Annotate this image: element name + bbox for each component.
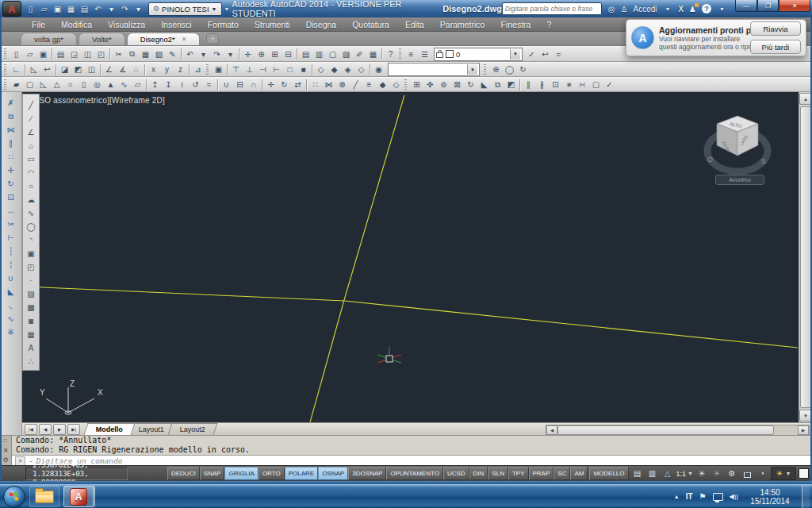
revolve-icon[interactable]: ↺ [189, 79, 202, 91]
toolbar-grip[interactable] [206, 64, 209, 75]
separate-icon[interactable]: ∺ [576, 79, 589, 91]
3d-rotate-icon[interactable]: ↻ [278, 79, 291, 91]
offset-icon[interactable]: ∥ [4, 137, 18, 150]
view-se-iso-icon[interactable]: ◆ [327, 64, 341, 76]
vertical-scroll-thumb[interactable] [800, 106, 811, 408]
layer-previous-icon[interactable]: ↩ [538, 48, 552, 60]
command-input[interactable]: > - Digitare un comando [12, 455, 812, 466]
spline-icon[interactable]: ∿ [24, 206, 38, 220]
layout-nav-icon[interactable]: ◀ [39, 424, 52, 435]
named-views-icon[interactable]: ▣ [212, 64, 225, 76]
menu-formato[interactable]: Formato [200, 20, 247, 29]
menu-edita[interactable]: Edita [397, 20, 432, 29]
cut-icon[interactable]: ✂ [112, 48, 125, 60]
save-as-icon[interactable]: ▦ [64, 2, 78, 15]
open-icon[interactable]: ▱ [23, 48, 36, 60]
close-button[interactable]: ✕ [779, 0, 810, 12]
convert-to-surface-icon[interactable]: ◇ [389, 79, 403, 91]
redo-drop-icon[interactable]: ▾ [132, 2, 145, 15]
help-caret-icon[interactable]: ▼ [719, 6, 725, 12]
document-tab[interactable]: Disegno2*✕ [127, 33, 201, 45]
chamfer-icon[interactable]: ◣ [4, 285, 18, 298]
annotation-scale-value[interactable]: 1:1▼ [676, 470, 693, 478]
union-icon[interactable]: ∪ [220, 79, 233, 91]
signin-caret-icon[interactable]: ▼ [665, 6, 670, 12]
workspace-switch-gear-icon[interactable]: ⚙ [726, 469, 738, 478]
region-icon[interactable]: ◙ [24, 314, 38, 328]
ucs-icon[interactable]: ∟ [10, 64, 23, 76]
infocenter-search[interactable] [502, 2, 602, 15]
publish-icon[interactable]: ◫ [81, 48, 94, 60]
redo-icon[interactable]: ↷ [118, 2, 132, 15]
zoom-window-icon[interactable]: ⊞ [268, 48, 282, 60]
layer-make-current-icon[interactable]: ✓ [525, 48, 538, 60]
qat-overflow-caret-icon[interactable]: ▼ [224, 6, 230, 12]
menu-quotatura[interactable]: Quotatura [344, 20, 397, 29]
circle-icon[interactable]: ○ [24, 179, 38, 193]
ucs-3point-icon[interactable]: ∴ [129, 64, 143, 76]
toggle-ucsd[interactable]: UCSD [443, 467, 469, 480]
undo-drop-icon[interactable]: ▾ [197, 48, 210, 60]
erase-icon[interactable]: ✗ [4, 96, 18, 110]
taskbar-clock[interactable]: 14:50 15/11/2014 [745, 488, 795, 506]
copy-edges-icon[interactable]: ∥ [522, 79, 535, 91]
loft-icon[interactable]: ≈ [202, 79, 216, 91]
cylinder-icon[interactable]: ▯ [77, 79, 90, 91]
tray-caret-icon[interactable]: ▼ [786, 471, 791, 476]
volume-icon[interactable]: ◀)) [730, 493, 738, 500]
workspace-combo[interactable]: ⚙ PINOLO TESI ▼ [148, 2, 222, 16]
paste-special-icon[interactable]: ▧ [152, 48, 166, 60]
command-close-icon[interactable]: ✕ [3, 447, 9, 454]
box-icon[interactable]: ▢ [23, 79, 36, 91]
undo-icon[interactable]: ↶ [91, 2, 105, 15]
view-combo-caret-icon[interactable]: ▼ [467, 64, 477, 75]
move-faces-icon[interactable]: ✜ [423, 79, 437, 91]
application-status-tray[interactable]: ☀ ▼ [771, 467, 796, 480]
view-nw-iso-icon[interactable]: ◇ [354, 64, 368, 76]
maximize-button[interactable]: ❐ [757, 0, 779, 12]
command-grip-icon[interactable]: ∷ [3, 437, 7, 444]
toggle-din[interactable]: DIN [469, 467, 488, 480]
intersect-icon[interactable]: ∩ [247, 79, 260, 91]
sphere-icon[interactable]: ○ [63, 79, 77, 91]
interfere-icon[interactable]: ⊗ [335, 79, 349, 91]
color-faces-icon[interactable]: ◩ [504, 79, 518, 91]
multiline-text-icon[interactable]: A [24, 341, 38, 355]
layout-tab-layout2[interactable]: Layout2 [168, 423, 218, 435]
view-sw-iso-icon[interactable]: ◇ [314, 64, 327, 76]
break-icon[interactable]: ╎ [4, 258, 18, 271]
scroll-right-icon[interactable]: ▶ [798, 425, 809, 435]
ellipse-arc-icon[interactable]: ◝ [24, 233, 38, 247]
offset-faces-icon[interactable]: ⊚ [437, 79, 450, 91]
layer-match-icon[interactable]: ≈ [552, 48, 565, 60]
plot-icon[interactable]: ▤ [54, 48, 67, 60]
ucs-world-icon[interactable]: ◺ [27, 64, 40, 76]
wedge-icon[interactable]: ◺ [36, 79, 50, 91]
toggle-3dosnap[interactable]: 3DOSNAP [348, 467, 386, 480]
menu-visualizza[interactable]: Visualizza [100, 20, 153, 29]
show-desktop-button[interactable] [802, 485, 810, 508]
ucs-face-icon[interactable]: ◪ [58, 64, 71, 76]
polygon-icon[interactable]: ⌂ [24, 139, 38, 152]
planar-surface-icon[interactable]: ▱ [131, 79, 144, 91]
taskbar-autocad-button[interactable]: A [63, 486, 95, 507]
layout-nav-icon[interactable]: ▶ [53, 424, 66, 435]
toggle-polare[interactable]: POLARE [285, 467, 318, 480]
layout-tab-modello[interactable]: Modello [84, 423, 136, 435]
layer-combo-caret-icon[interactable]: ▼ [510, 49, 520, 60]
sweep-icon[interactable]: ≀ [175, 79, 189, 91]
fillet-icon[interactable]: ◟ [4, 298, 18, 312]
markup-icon[interactable]: ✐ [353, 48, 366, 60]
annotation-autoscale-icon[interactable]: ☀ [710, 469, 723, 478]
tab-close-icon[interactable]: ✕ [182, 36, 187, 43]
toggle-prap[interactable]: PRAP [529, 467, 554, 480]
horizontal-scroll-thumb[interactable] [557, 425, 774, 435]
join-icon[interactable]: ∪ [4, 271, 18, 285]
new-icon[interactable]: ▯ [10, 48, 23, 60]
toggle-am[interactable]: AM [570, 467, 588, 480]
mirror-icon[interactable]: ⋈ [4, 123, 18, 137]
insert-block-icon[interactable]: ▣ [24, 247, 38, 260]
search-input[interactable] [503, 5, 599, 13]
save-icon[interactable]: ▣ [36, 48, 50, 60]
view-back-icon[interactable]: ■ [297, 64, 310, 76]
